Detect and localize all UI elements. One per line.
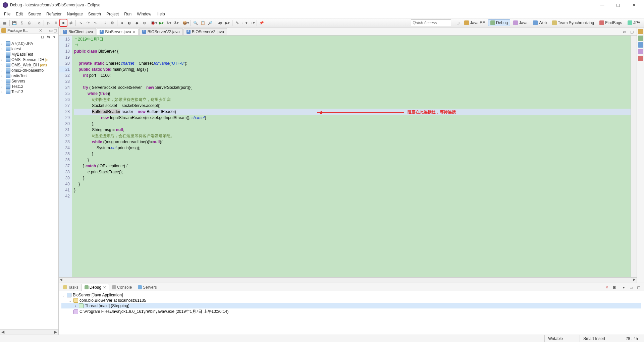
run-last-icon[interactable]: ↻▾	[165, 19, 172, 26]
open-perspective-icon[interactable]: ⊞	[454, 19, 461, 26]
bottom-tab-console[interactable]: Console	[109, 284, 135, 291]
minimize-bottom-icon[interactable]: ▭	[628, 284, 635, 291]
annotation-next-icon[interactable]: ▶▾	[224, 19, 231, 26]
project-item[interactable]: ›oms2-dh-baseinfo	[0, 68, 58, 73]
editor-tab[interactable]: BioServer.java✕	[97, 28, 138, 35]
minimize-button[interactable]: —	[595, 0, 610, 10]
external-tools-icon[interactable]: ⚗▾	[173, 19, 179, 26]
quick-access-input[interactable]	[411, 19, 451, 26]
maximize-bottom-icon[interactable]: ▢	[635, 284, 642, 291]
skip-breakpoints-icon[interactable]: ⊘	[36, 19, 42, 26]
editor-maximize-icon[interactable]: ▢	[629, 28, 635, 35]
disconnect-icon[interactable]: ⇄	[67, 19, 74, 26]
menu-window[interactable]: Window	[134, 11, 154, 17]
editor-tab[interactable]: BioClient.java	[60, 28, 96, 35]
save-icon[interactable]: 💾	[11, 19, 18, 26]
toggle-breakpoint-icon[interactable]: ●	[119, 19, 125, 26]
palette-item-4-icon[interactable]	[638, 49, 643, 54]
new-package-icon[interactable]: 📦▾	[182, 19, 189, 26]
menu-run[interactable]: Run	[121, 11, 134, 17]
perspective-jpa[interactable]: JPA	[625, 19, 643, 26]
view-menu-icon[interactable]: ▾	[52, 34, 57, 40]
suspend-icon[interactable]: ⏸	[53, 19, 59, 26]
editor-tab[interactable]: BIOServerV2.java	[139, 28, 183, 35]
back-icon[interactable]: ←▾	[241, 19, 248, 26]
collapse-all-icon[interactable]: ⊟	[40, 34, 45, 40]
debug-view[interactable]: ⌄BioServer [Java Application] ⌄com.bio.B…	[59, 291, 644, 335]
link-editor-icon[interactable]: ⇆	[46, 34, 51, 40]
menu-file[interactable]: File	[1, 11, 13, 17]
step-over-icon[interactable]: ↷	[85, 19, 91, 26]
scroll-right-icon[interactable]: ▶	[54, 330, 57, 335]
resume-icon[interactable]: ▷	[45, 19, 52, 26]
menu-navigate[interactable]: Navigate	[64, 11, 85, 17]
save-all-icon[interactable]: ⎘	[18, 19, 25, 26]
project-item[interactable]: ›OMS_Web_DH [dhs	[0, 62, 58, 68]
menu-help[interactable]: Help	[154, 11, 168, 17]
maximize-button[interactable]: ▢	[610, 0, 626, 10]
perspective-web[interactable]: Web	[531, 19, 549, 26]
project-item[interactable]: ›Test13	[0, 89, 58, 95]
project-item[interactable]: ›A7(2.0)-JPA	[0, 41, 58, 46]
pin-icon[interactable]: 📌	[258, 19, 265, 26]
editor-tab[interactable]: BIOServerV3.java	[183, 28, 227, 35]
terminate-icon[interactable]: ■	[60, 19, 67, 26]
palette-item-2-icon[interactable]	[638, 36, 643, 41]
open-task-icon[interactable]: 📋	[200, 19, 206, 26]
hscroll-left-icon[interactable]: ◀	[59, 278, 63, 283]
project-item[interactable]: ›iotest	[0, 46, 58, 52]
perspective-team[interactable]: Team Synchronizing	[550, 19, 596, 26]
palette-item-5-icon[interactable]	[638, 56, 643, 61]
drop-frame-icon[interactable]: ⤓	[102, 19, 108, 26]
last-edit-icon[interactable]: ✎	[234, 19, 240, 26]
perspective-debug[interactable]: Debug	[488, 19, 510, 26]
debug-view-layout-icon[interactable]: ⊞	[611, 284, 618, 291]
bottom-tab-tasks[interactable]: Tasks	[60, 284, 82, 291]
palette-item-3-icon[interactable]	[638, 42, 643, 48]
run-dropdown-icon[interactable]: ▶▾	[158, 19, 165, 26]
skip-all-bp-icon[interactable]: ⊗	[141, 19, 148, 26]
menu-edit[interactable]: Edit	[13, 11, 25, 17]
minimize-view-icon[interactable]: ▭	[49, 28, 53, 33]
perspective-findbugs[interactable]: FindBugs	[597, 19, 625, 26]
menu-source[interactable]: Source	[25, 11, 44, 17]
scroll-left-icon[interactable]: ◀	[1, 330, 4, 335]
step-return-icon[interactable]: ↖	[92, 19, 99, 26]
maximize-view-icon[interactable]: ▢	[53, 28, 57, 33]
menu-refactor[interactable]: Refactor	[44, 11, 64, 17]
close-tab-icon[interactable]: ✕	[103, 285, 106, 290]
bottom-tab-debug[interactable]: Debug✕	[82, 284, 109, 291]
close-view-icon[interactable]: ✕	[39, 28, 42, 33]
project-item[interactable]: ›Test12	[0, 84, 58, 89]
new-icon[interactable]: ▦	[1, 19, 8, 26]
step-filters-icon[interactable]: ⚙	[109, 19, 116, 26]
search-icon[interactable]: 🔎	[207, 19, 214, 26]
toggle-method-bp-icon[interactable]: ◆	[133, 19, 140, 26]
view-menu-icon-2[interactable]: ▾	[621, 284, 627, 291]
step-into-icon[interactable]: ↘	[77, 19, 84, 26]
project-item[interactable]: ›redisTest	[0, 73, 58, 78]
debug-dropdown-icon[interactable]: 🐞▾	[151, 19, 157, 26]
close-button[interactable]: ✕	[626, 0, 641, 10]
forward-icon[interactable]: →▾	[249, 19, 255, 26]
bottom-tab-servers[interactable]: Servers	[135, 284, 160, 291]
overview-ruler[interactable]	[631, 36, 637, 277]
hscroll-track[interactable]	[63, 278, 632, 283]
open-type-icon[interactable]: 🔍	[192, 19, 199, 26]
code-editor[interactable]: 1617181920212223242526272829303132333435…	[59, 36, 637, 277]
project-item[interactable]: ›OMS_Service_DH [c	[0, 57, 58, 62]
project-item[interactable]: ›MyBatisTest	[0, 52, 58, 57]
menu-search[interactable]: Search	[86, 11, 104, 17]
print-icon[interactable]: ⎙	[26, 19, 33, 26]
menu-project[interactable]: Project	[104, 11, 121, 17]
perspective-jee[interactable]: Java EE	[462, 19, 487, 26]
editor-minimize-icon[interactable]: ▭	[621, 28, 628, 35]
palette-item-1-icon[interactable]	[638, 29, 643, 34]
toggle-watchpoint-icon[interactable]: ◐	[126, 19, 133, 26]
hscroll-right-icon[interactable]: ▶	[632, 278, 637, 283]
project-item[interactable]: ›Servers	[0, 78, 58, 84]
close-tab-icon[interactable]: ✕	[132, 30, 136, 34]
debug-view-remove-icon[interactable]: ✕	[603, 284, 610, 291]
perspective-java[interactable]: Java	[511, 19, 530, 26]
annotation-prev-icon[interactable]: ◀▾	[217, 19, 223, 26]
